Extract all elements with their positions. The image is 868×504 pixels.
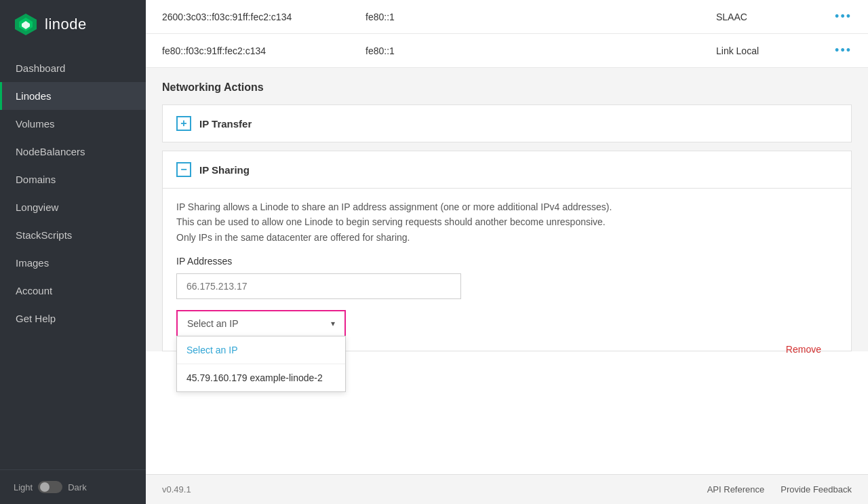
ip-transfer-header[interactable]: + IP Transfer <box>163 105 851 142</box>
ip-type: SLAAC <box>716 12 825 22</box>
ip-select-trigger[interactable]: Select an IP ▾ <box>178 311 344 336</box>
sidebar-item-dashboard[interactable]: Dashboard <box>0 54 146 82</box>
ip-sharing-title: IP Sharing <box>199 164 250 176</box>
ip-input-field[interactable] <box>176 273 461 299</box>
ip-address: 2600:3c03::f03c:91ff:fec2:c134 <box>162 12 366 22</box>
toggle-track[interactable] <box>38 481 62 493</box>
logo-text: linode <box>45 16 87 33</box>
more-options-icon[interactable]: ••• <box>835 9 852 23</box>
ip-transfer-expand-icon: + <box>176 116 191 131</box>
logo-icon <box>14 12 38 37</box>
ip-sharing-collapse-icon: − <box>176 162 191 177</box>
ip-addresses-label: IP Addresses <box>176 256 837 267</box>
chevron-down-icon: ▾ <box>331 319 335 328</box>
ip-sharing-body: IP Sharing allows a Linode to share an I… <box>163 188 851 351</box>
version-text: v0.49.1 <box>162 484 191 495</box>
ip-sharing-panel: − IP Sharing IP Sharing allows a Linode … <box>162 151 852 351</box>
theme-dark-label: Dark <box>68 482 86 492</box>
row-actions[interactable]: ••• <box>825 9 852 24</box>
more-options-icon[interactable]: ••• <box>835 43 852 57</box>
content-area: 2600:3c03::f03c:91ff:fec2:c134 fe80::1 S… <box>146 0 868 474</box>
sidebar-item-nodebalancers[interactable]: NodeBalancers <box>0 138 146 166</box>
page-footer: v0.49.1 API Reference Provide Feedback <box>146 474 868 504</box>
sidebar-item-account[interactable]: Account <box>0 277 146 305</box>
theme-light-label: Light <box>14 482 33 492</box>
ip-address: fe80::f03c:91ff:fec2:c134 <box>162 45 366 56</box>
ip-gateway: fe80::1 <box>366 12 716 22</box>
dropdown-row: Select an IP ▾ Select an IP 45.79.160.17… <box>176 310 837 337</box>
sidebar-item-linodes[interactable]: Linodes <box>0 82 146 110</box>
footer-links: API Reference Provide Feedback <box>707 484 852 495</box>
api-reference-link[interactable]: API Reference <box>707 484 765 495</box>
ip-gateway: fe80::1 <box>366 45 716 56</box>
ip-transfer-panel: + IP Transfer <box>162 104 852 142</box>
sidebar-item-volumes[interactable]: Volumes <box>0 110 146 138</box>
table-row: fe80::f03c:91ff:fec2:c134 fe80::1 Link L… <box>146 34 868 68</box>
sidebar-item-domains[interactable]: Domains <box>0 166 146 193</box>
sidebar-item-images[interactable]: Images <box>0 249 146 277</box>
sidebar-item-stackscripts[interactable]: StackScripts <box>0 221 146 249</box>
theme-toggle[interactable]: Light Dark <box>14 481 87 493</box>
ip-select-dropdown-container: Select an IP ▾ Select an IP 45.79.160.17… <box>176 310 346 337</box>
provide-feedback-link[interactable]: Provide Feedback <box>781 484 852 495</box>
sidebar-footer: Light Dark <box>0 469 146 504</box>
main-content: 2600:3c03::f03c:91ff:fec2:c134 fe80::1 S… <box>146 0 868 504</box>
dropdown-option-ip[interactable]: 45.79.160.179 example-linode-2 <box>177 364 345 391</box>
dropdown-selected-label: Select an IP <box>187 318 239 329</box>
logo: linode <box>0 0 146 49</box>
table-row: 2600:3c03::f03c:91ff:fec2:c134 fe80::1 S… <box>146 0 868 34</box>
ip-transfer-title: IP Transfer <box>199 118 252 130</box>
remove-button[interactable]: Remove <box>786 337 821 362</box>
dropdown-option-select-ip[interactable]: Select an IP <box>177 336 345 364</box>
toggle-thumb <box>40 482 50 492</box>
sidebar-nav: Dashboard Linodes Volumes NodeBalancers … <box>0 49 146 469</box>
row-actions[interactable]: ••• <box>825 43 852 58</box>
networking-actions-title: Networking Actions <box>162 81 852 94</box>
ip-sharing-header[interactable]: − IP Sharing <box>163 151 851 188</box>
ip-sharing-description: IP Sharing allows a Linode to share an I… <box>176 199 624 245</box>
sidebar-item-gethelp[interactable]: Get Help <box>0 305 146 332</box>
sidebar: linode Dashboard Linodes Volumes NodeBal… <box>0 0 146 504</box>
dropdown-menu: Select an IP 45.79.160.179 example-linod… <box>176 336 346 392</box>
sidebar-item-longview[interactable]: Longview <box>0 193 146 221</box>
ip-type: Link Local <box>716 45 825 56</box>
networking-actions-section: Networking Actions + IP Transfer − IP Sh… <box>146 68 868 351</box>
